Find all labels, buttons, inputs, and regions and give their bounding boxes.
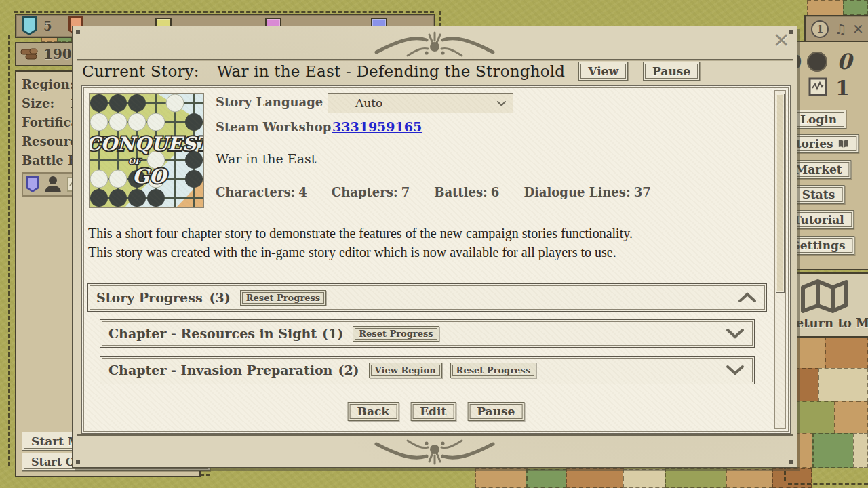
pause-button-top[interactable]: Pause xyxy=(643,62,700,81)
chevron-up-icon[interactable] xyxy=(738,292,757,303)
chapters-value: 7 xyxy=(401,185,410,199)
map-tile xyxy=(843,0,868,15)
story-progress-count: (3) xyxy=(210,290,231,305)
close-icon[interactable]: ✕ xyxy=(773,30,790,51)
story-progress-header[interactable]: Story Progress (3) Reset Progress xyxy=(87,283,767,312)
fortification-label: Fortifica xyxy=(22,115,79,129)
turn-counter: 1 xyxy=(811,20,829,38)
top-right-bar: 1 ♫ ✕ xyxy=(804,15,868,43)
dialog-title-row: Current Story: War in the East - Defendi… xyxy=(82,62,787,81)
mute-close-icon[interactable]: ✕ xyxy=(852,21,864,37)
map-tile xyxy=(818,368,868,402)
divider xyxy=(77,59,793,61)
battles-label: Battles: xyxy=(434,185,488,199)
edit-button[interactable]: Edit xyxy=(410,402,456,421)
view-button[interactable]: View xyxy=(578,62,628,81)
chapter-resources-row[interactable]: Chapter - Resources in Sight (1) Reset P… xyxy=(100,319,755,348)
white-stone-count: 0 xyxy=(837,49,852,75)
blue-shield-count: 5 xyxy=(43,19,52,33)
thumb-text-go: GO xyxy=(132,165,168,188)
chevron-down-icon[interactable] xyxy=(726,328,745,339)
map-icon xyxy=(799,278,850,314)
stitch-border xyxy=(788,483,868,485)
music-icon[interactable]: ♫ xyxy=(835,21,847,37)
story-language-label: Story Language xyxy=(216,95,323,109)
divider xyxy=(77,434,793,436)
back-button[interactable]: Back xyxy=(348,402,399,421)
page-title: War in the East - Defending the Strongho… xyxy=(217,62,565,80)
dialogue-lines-label: Dialogue Lines: xyxy=(524,185,630,199)
chip-icon xyxy=(808,77,827,96)
flourish-ornament xyxy=(367,439,502,467)
return-to-map-button[interactable]: Return to Map xyxy=(785,272,868,338)
scrollbar-track[interactable] xyxy=(774,90,786,429)
chapters-label: Chapters: xyxy=(332,185,398,199)
resources-label: Resourc xyxy=(22,134,77,148)
title-label: Current Story: xyxy=(82,62,199,80)
stitch-border xyxy=(14,11,434,13)
map-tile xyxy=(812,433,854,468)
purple-shield-icon xyxy=(26,176,39,192)
story-description-line2: This story was created with the in-game … xyxy=(88,245,616,260)
map-tile xyxy=(853,433,868,468)
dialog-footer-buttons: Back Edit Pause xyxy=(348,402,525,421)
map-tile xyxy=(825,336,868,369)
chapter2-reset-progress-button[interactable]: Reset Progress xyxy=(450,363,536,378)
map-tile xyxy=(566,468,624,488)
story-stats-row: Characters: 4 Chapters: 7 Battles: 6 Dia… xyxy=(216,185,651,199)
wood-icon xyxy=(20,47,38,61)
blue-shield-icon xyxy=(22,16,37,35)
battle-label: Battle H xyxy=(22,153,79,167)
map-tile xyxy=(526,469,567,488)
stitch-border xyxy=(8,35,10,466)
story-thumbnail: THE CONQUEST OF GO xyxy=(89,93,204,208)
current-story-dialog: ✕ Current Story: War in the East - Defen… xyxy=(72,26,797,468)
region-label: Region: xyxy=(22,77,75,92)
chip-count: 1 xyxy=(835,76,850,100)
login-button[interactable]: Login xyxy=(791,110,846,129)
story-name: War in the East xyxy=(216,151,316,166)
thumb-text-conquest: CONQUEST xyxy=(89,133,204,155)
reset-progress-button[interactable]: Reset Progress xyxy=(240,290,326,306)
stats-button[interactable]: Stats xyxy=(793,185,845,204)
map-tile xyxy=(475,468,528,488)
chapter2-label: Chapter - Invasion Preparation xyxy=(108,363,332,378)
story-language-value: Auto xyxy=(355,96,382,110)
game-screen: 5 1906 Region: Size: 1 Fortifica Resourc… xyxy=(0,0,868,488)
flourish-ornament xyxy=(367,29,502,58)
stitch-border xyxy=(439,11,441,27)
map-tile xyxy=(772,468,812,488)
chevron-down-icon[interactable] xyxy=(726,365,745,375)
map-tile xyxy=(726,469,773,488)
map-tile xyxy=(834,401,868,434)
person-icon xyxy=(44,176,62,192)
map-tile xyxy=(665,468,727,488)
battles-value: 6 xyxy=(491,185,500,199)
chevron-down-icon xyxy=(497,101,506,106)
story-progress-label: Story Progress xyxy=(96,290,203,305)
characters-label: Characters: xyxy=(216,185,295,199)
story-content-panel: THE CONQUEST OF GO Story Language Auto S… xyxy=(81,85,791,434)
return-to-map-label: Return to Map xyxy=(786,316,868,330)
dialogue-lines-value: 37 xyxy=(634,185,651,199)
black-stone-icon xyxy=(807,52,827,72)
pause-button-bottom[interactable]: Pause xyxy=(467,402,524,421)
chapter1-reset-progress-button[interactable]: Reset Progress xyxy=(353,326,439,342)
size-label: Size: xyxy=(22,96,54,110)
story-language-select[interactable]: Auto xyxy=(328,93,513,113)
characters-value: 4 xyxy=(298,185,307,199)
scrollbar-thumb[interactable] xyxy=(776,94,785,293)
view-region-button[interactable]: View Region xyxy=(369,363,442,378)
chapter-invasion-row[interactable]: Chapter - Invasion Preparation (2) View … xyxy=(100,356,755,384)
book-icon xyxy=(838,139,850,149)
story-description-line1: This a short four chapter story to demon… xyxy=(88,226,633,241)
steam-workshop-label: Steam Workshop xyxy=(216,120,331,134)
steam-workshop-link[interactable]: 3331959165 xyxy=(332,119,422,134)
chapter1-label: Chapter - Resources in Sight xyxy=(108,326,317,341)
map-tile xyxy=(623,469,666,488)
chapter1-count: (1) xyxy=(322,326,343,341)
chapter2-count: (2) xyxy=(338,363,359,378)
